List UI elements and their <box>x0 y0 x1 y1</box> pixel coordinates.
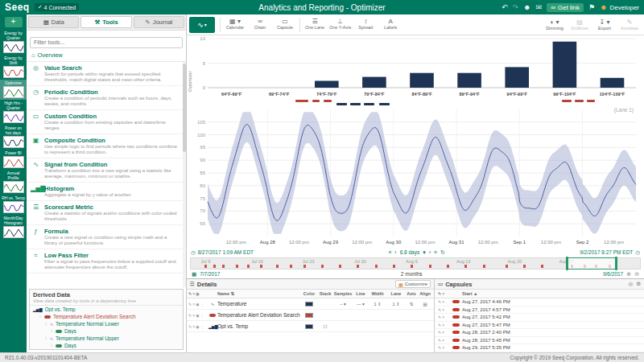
pencil-icon[interactable]: ✎ <box>438 323 441 327</box>
search-icon[interactable]: ◎ <box>629 281 634 287</box>
step-back-fast-icon[interactable]: « <box>388 249 391 255</box>
align-control[interactable]: ▤ <box>418 302 432 306</box>
tools-scrollbar-thumb[interactable] <box>183 64 186 152</box>
tool-item-histogram[interactable]: ▂▅▇HistogramAggregate a signal by y valu… <box>27 183 186 201</box>
tool-item-scorecard-metric[interactable]: ☰Scorecard MetricCreate a statistic of s… <box>27 201 186 225</box>
step-forward-icon[interactable]: › <box>429 249 431 255</box>
details-row-temperature-alert-deviation-search[interactable]: ✎×◉⋮Temperature Alert Deviation Search <box>187 310 434 321</box>
pencil-icon[interactable]: ✎ <box>188 324 192 329</box>
timeline-selection-handle-right[interactable] <box>615 257 617 270</box>
capsule-row[interactable]: ✎×Aug 28, 2017 2:40 PM <box>435 329 644 337</box>
new-worksheet-button[interactable]: + <box>5 17 23 27</box>
pencil-icon[interactable]: ✎ <box>188 291 192 296</box>
worksheet-item-annual-profile[interactable]: Annual Profile <box>0 170 27 195</box>
capsules-col-start[interactable]: Start ▲ <box>462 291 641 296</box>
details-col-axis[interactable]: Axis <box>406 291 417 296</box>
zoom-out-icon[interactable]: ⊖ <box>634 271 639 278</box>
overview-link[interactable]: ⌂ Overview <box>27 50 186 62</box>
derived-item-opt-vs-temp[interactable]: ▂▅▇Opt vs. Temp <box>30 306 183 313</box>
annotate-button[interactable]: ✎Annotate <box>617 19 642 31</box>
spread-button[interactable]: ↕Spread <box>353 18 378 32</box>
view-selector-button[interactable]: ∿ ▾ <box>189 17 215 33</box>
notifications-icon[interactable]: ⚑ <box>588 3 595 11</box>
gridlines-button[interactable]: ▤Gridlines <box>568 19 592 31</box>
filter-tools-input[interactable] <box>30 37 183 48</box>
redo-icon[interactable]: ↷ <box>513 3 519 11</box>
connection-status-badge[interactable]: ✓ 4 Connected <box>35 3 80 11</box>
derived-item-temperature-normal-upper[interactable]: └∿Temperature Normal Upper <box>30 335 183 342</box>
tools-scrollbar[interactable] <box>183 62 186 288</box>
chain-button[interactable]: ∞Chain <box>248 18 272 32</box>
trend-chart[interactable]: (Lane 1) 65707580859095100105 <box>187 106 644 240</box>
pencil-icon[interactable]: ✎ <box>438 315 441 319</box>
more-icon[interactable]: ⋮ <box>200 313 204 318</box>
refresh-icon[interactable]: ↻ <box>440 249 445 256</box>
remove-icon[interactable]: × <box>192 324 195 329</box>
details-col-name[interactable]: Name ⇅ <box>217 291 300 296</box>
pencil-icon[interactable]: ✎ <box>438 307 441 312</box>
tool-item-periodic-condition[interactable]: ◷Periodic ConditionCreate a condition of… <box>27 86 186 110</box>
capsule-row[interactable]: ✎×Aug 28, 2017 5:45 PM <box>435 337 644 345</box>
pencil-icon[interactable]: ✎ <box>438 299 441 304</box>
details-col-width[interactable]: Width <box>369 291 386 296</box>
pencil-icon[interactable]: ✎ <box>188 302 192 306</box>
undo-icon[interactable]: ↶ <box>502 3 508 11</box>
more-icon[interactable]: ⋮ <box>200 302 204 306</box>
line-style-select[interactable]: — ▾ <box>353 302 368 306</box>
tool-item-custom-condition[interactable]: ▭Custom ConditionCreate a condition from… <box>27 110 186 134</box>
details-col-stack[interactable]: Stack <box>318 291 332 296</box>
details-col-align[interactable]: Align <box>418 291 432 296</box>
capsule-button[interactable]: ▭Capsule <box>273 18 297 32</box>
pencil-icon[interactable]: ✎ <box>438 291 441 296</box>
color-swatch[interactable] <box>301 324 317 329</box>
step-forward-fast-icon[interactable]: » <box>434 249 437 255</box>
range-duration[interactable]: 6.8 days <box>400 249 420 255</box>
worksheet-item-energy-by-shift[interactable]: Energy by Shift <box>0 55 27 80</box>
details-col-color[interactable]: Color <box>301 291 317 296</box>
step-back-icon[interactable]: ‹ <box>394 249 396 255</box>
lane-stepper[interactable]: 1 ⇕ <box>387 302 405 306</box>
remove-icon[interactable]: × <box>442 299 444 304</box>
color-swatch[interactable] <box>301 302 317 306</box>
tool-item-low-pass-filter[interactable]: ≈Low Pass FilterFilter a signal to pass … <box>27 249 186 274</box>
range-start[interactable]: 8/27/2017 1:09 AM EDT <box>198 249 254 255</box>
users-icon[interactable]: ☻ <box>523 3 530 11</box>
pencil-icon[interactable]: ✎ <box>438 345 441 350</box>
remove-icon[interactable]: × <box>442 307 444 312</box>
capsule-row[interactable]: ✎×Aug 27, 2017 5:42 PM <box>435 314 644 322</box>
capsule-row[interactable]: ✎×Aug 27, 2017 4:57 PM <box>435 306 644 315</box>
message-icon[interactable]: ✉ <box>536 3 543 11</box>
details-row-temperature[interactable]: ✎×◉⋮∿Temperature– ▾— ▾1 ⇕1 ⇕⇅▤ <box>187 298 434 310</box>
derived-item-temperature-alert-deviation-search[interactable]: └Temperature Alert Deviation Search <box>30 313 183 320</box>
details-row-opt-vs-temp[interactable]: ✎×◉⋮▂▅▇Opt vs. Temp☐ <box>187 321 434 332</box>
range-end[interactable]: 9/2/2017 8:27 PM EDT <box>580 249 633 255</box>
eye-icon[interactable]: ◉ <box>196 302 199 306</box>
capsule-row[interactable]: ✎×Aug 27, 2017 5:47 PM <box>435 322 644 330</box>
remove-icon[interactable]: × <box>442 315 444 319</box>
color-swatch[interactable] <box>301 313 317 318</box>
worksheet-item-power-bi[interactable]: Power BI <box>0 150 27 170</box>
remove-icon[interactable]: × <box>442 291 444 296</box>
details-col-lane[interactable]: Lane <box>387 291 405 296</box>
tool-item-signal-from-condition[interactable]: ∿Signal from ConditionTransform a condit… <box>27 158 186 183</box>
calendar-button[interactable]: ▦ ▾Calendar <box>223 18 247 32</box>
zoom-in-icon[interactable]: ⊕ <box>626 271 631 278</box>
developer-menu[interactable]: ☻ Developer <box>600 3 639 11</box>
remove-icon[interactable]: × <box>192 302 195 306</box>
remove-icon[interactable]: × <box>192 291 195 296</box>
width-stepper[interactable]: 1 ⇕ <box>369 302 386 306</box>
samples-select[interactable]: – ▾ <box>333 302 353 306</box>
eye-icon[interactable]: ◉ <box>196 313 199 318</box>
pencil-icon[interactable]: ✎ <box>188 313 192 318</box>
tool-item-composite-condition[interactable]: ▣Composite ConditionUse simple logic to … <box>27 134 186 158</box>
remove-icon[interactable]: × <box>442 323 444 327</box>
details-col-samples[interactable]: Samples <box>333 291 353 296</box>
export-button[interactable]: ↧ ▾Export <box>592 19 617 31</box>
duration-caret-icon[interactable]: ▾ <box>423 249 426 256</box>
get-link-button[interactable]: ∞ Get link <box>547 3 584 12</box>
timeline-selection[interactable] <box>567 257 617 269</box>
customize-button[interactable]: ▦ Customize <box>395 280 431 288</box>
seeq-logo[interactable]: Seeq <box>5 2 30 13</box>
eye-icon[interactable]: ◉ <box>196 291 199 296</box>
capsule-row[interactable]: ✎×Aug 29, 2017 5:35 PM <box>435 344 644 352</box>
